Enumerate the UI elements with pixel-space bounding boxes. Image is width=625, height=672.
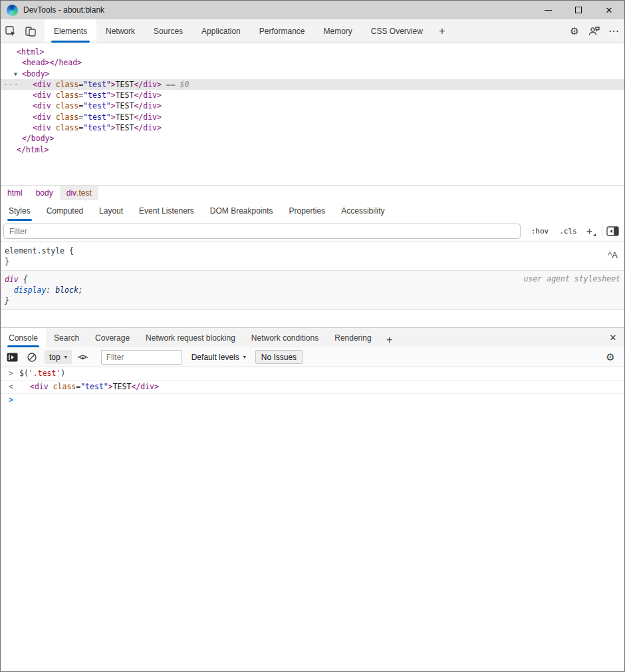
- styles-filter-input[interactable]: [3, 224, 521, 239]
- tab-label: Styles: [9, 206, 31, 216]
- console-tab-rendering[interactable]: Rendering: [326, 328, 379, 347]
- dom-tree-row[interactable]: </body>: [1, 133, 624, 144]
- feedback-button[interactable]: [584, 19, 604, 43]
- prompt-chevron-icon: >: [9, 395, 13, 406]
- window-title: DevTools - about:blank: [23, 5, 104, 15]
- dom-tree-row[interactable]: <div class="test">TEST</div>: [1, 100, 624, 111]
- dom-tree-row[interactable]: ▼<body>: [1, 69, 624, 79]
- styles-tab-bar: StylesComputedLayoutEvent ListenersDOM B…: [1, 200, 624, 221]
- styles-tab-computed[interactable]: Computed: [39, 200, 91, 221]
- tab-label: Rendering: [334, 333, 371, 343]
- styles-tab-properties[interactable]: Properties: [281, 200, 334, 221]
- console-tab-network-request-blocking[interactable]: Network request blocking: [138, 328, 243, 347]
- tab-label: Memory: [324, 27, 352, 36]
- inspect-icon: [5, 25, 17, 37]
- window-controls: ✕: [533, 1, 624, 19]
- customize-menu-button[interactable]: ···: [604, 19, 624, 43]
- elements-tree: <html><head></head>▼<body>···<div class=…: [1, 43, 624, 185]
- tab-sources[interactable]: Sources: [144, 19, 192, 43]
- console-tab-console[interactable]: Console: [1, 328, 46, 347]
- edge-logo-icon: [7, 5, 18, 16]
- maximize-icon: [575, 7, 582, 13]
- expand-arrow-icon[interactable]: ▼: [14, 69, 22, 80]
- more-tabs-button[interactable]: +: [432, 19, 452, 43]
- chevron-down-icon: ▾: [243, 354, 246, 360]
- dom-tree-row[interactable]: ···<div class="test">TEST</div> == $0: [1, 79, 624, 90]
- dom-tree-row[interactable]: <head></head>: [1, 57, 624, 68]
- tab-label: Accessibility: [341, 206, 384, 216]
- tab-label: Computed: [47, 206, 83, 216]
- console-filter-input[interactable]: [101, 350, 182, 365]
- style-rule[interactable]: div { display: block;}user agent stylesh…: [1, 271, 624, 310]
- minimize-button[interactable]: [533, 1, 563, 19]
- styles-tab-layout[interactable]: Layout: [91, 200, 131, 221]
- inspect-element-button[interactable]: [1, 19, 21, 43]
- prompt-chevron-icon: >: [9, 368, 13, 379]
- computed-sidebar-toggle-button[interactable]: [606, 226, 619, 236]
- dom-tree-row[interactable]: <div class="test">TEST</div>: [1, 122, 624, 133]
- tab-label: Elements: [54, 27, 87, 36]
- styles-filter-row: :hov .cls +: [1, 221, 624, 242]
- tab-memory[interactable]: Memory: [314, 19, 362, 43]
- settings-button[interactable]: ⚙: [564, 19, 584, 43]
- styles-tab-dom-breakpoints[interactable]: DOM Breakpoints: [202, 200, 281, 221]
- divider: [602, 226, 602, 237]
- console-settings-button[interactable]: ⚙: [602, 347, 619, 367]
- tab-label: Coverage: [95, 333, 130, 343]
- tab-performance[interactable]: Performance: [250, 19, 314, 43]
- console-tab-search[interactable]: Search: [46, 328, 87, 347]
- log-levels-selector[interactable]: Default levels ▾: [191, 353, 246, 362]
- result-chevron-icon: <: [9, 381, 13, 393]
- main-tab-bar: ElementsNetworkSourcesApplicationPerform…: [45, 19, 432, 43]
- eye-icon: [77, 353, 88, 362]
- stylesheet-origin: user agent stylesheet: [524, 274, 620, 283]
- feedback-icon: [588, 26, 600, 37]
- styles-tab-styles[interactable]: Styles: [1, 200, 39, 221]
- tab-label: Network request blocking: [146, 333, 235, 343]
- sidebar-toggle-icon: [606, 226, 619, 236]
- console-tab-coverage[interactable]: Coverage: [87, 328, 138, 347]
- console-output[interactable]: >$('.test')<<div class="test">TEST</div>…: [1, 367, 624, 671]
- dom-tree-row[interactable]: </html>: [1, 144, 624, 155]
- font-editor-icon[interactable]: AA: [608, 250, 618, 260]
- console-sidebar-toggle-button[interactable]: [3, 347, 21, 367]
- console-prompt-row[interactable]: >: [1, 394, 624, 395]
- style-rule[interactable]: element.style {}: [1, 242, 624, 271]
- issues-counter[interactable]: No Issues: [255, 350, 303, 364]
- more-icon: ···: [609, 26, 620, 36]
- styles-tab-event-listeners[interactable]: Event Listeners: [131, 200, 202, 221]
- breadcrumb: htmlbodydiv.test: [1, 185, 624, 200]
- new-style-rule-button[interactable]: +: [582, 226, 598, 238]
- dom-tree-row[interactable]: <html>: [1, 47, 624, 57]
- dom-tree-row[interactable]: <div class="test">TEST</div>: [1, 112, 624, 122]
- breadcrumb-item[interactable]: html: [1, 186, 29, 200]
- dom-tree-row[interactable]: <div class="test">TEST</div>: [1, 90, 624, 100]
- close-drawer-button[interactable]: ✕: [602, 328, 624, 347]
- toggle-pseudo-state-button[interactable]: :hov: [526, 227, 555, 236]
- minimize-icon: [545, 10, 552, 11]
- tab-elements[interactable]: Elements: [45, 19, 96, 43]
- console-tab-bar: ConsoleSearchCoverageNetwork request blo…: [1, 328, 624, 347]
- tab-css-overview[interactable]: CSS Overview: [362, 19, 432, 43]
- tab-application[interactable]: Application: [192, 19, 250, 43]
- element-classes-button[interactable]: .cls: [554, 227, 582, 236]
- execution-context-selector[interactable]: top ▾: [45, 350, 72, 364]
- styles-tab-accessibility[interactable]: Accessibility: [333, 200, 392, 221]
- tab-label: DOM Breakpoints: [210, 206, 273, 216]
- clear-console-button[interactable]: [23, 347, 41, 367]
- close-icon: ✕: [606, 5, 613, 15]
- close-button[interactable]: ✕: [594, 1, 624, 19]
- breadcrumb-item[interactable]: div.test: [60, 186, 98, 200]
- tab-label: Search: [54, 333, 79, 343]
- device-toolbar-button[interactable]: [21, 19, 41, 43]
- gear-icon: ⚙: [570, 25, 578, 37]
- devtools-window: DevTools - about:blank ✕ ElementsNetwork…: [0, 0, 625, 672]
- live-expression-button[interactable]: [74, 347, 92, 367]
- tab-network[interactable]: Network: [96, 19, 144, 43]
- console-toolbar: top ▾ Default levels ▾ No Issues ⚙: [1, 347, 624, 367]
- maximize-button[interactable]: [563, 1, 594, 19]
- console-input-row: >$('.test'): [1, 367, 624, 381]
- breadcrumb-item[interactable]: body: [29, 186, 60, 200]
- console-tab-network-conditions[interactable]: Network conditions: [243, 328, 326, 347]
- node-menu-icon[interactable]: ···: [3, 79, 19, 90]
